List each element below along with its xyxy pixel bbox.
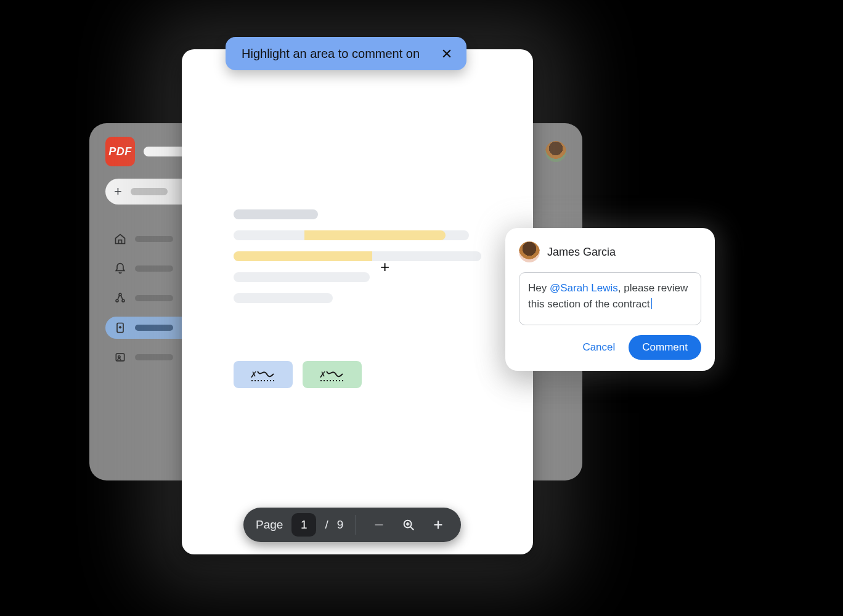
sidebar-label-placeholder	[135, 295, 173, 301]
svg-point-0	[119, 293, 121, 296]
text-caret	[651, 298, 652, 309]
pdf-logo-text: PDF	[108, 145, 132, 158]
cancel-button[interactable]: Cancel	[582, 341, 615, 354]
zoom-out-button[interactable]	[369, 514, 389, 535]
page-toolbar: Page 1 / 9	[243, 508, 461, 542]
share-nodes-icon	[114, 292, 126, 304]
document-icon	[114, 322, 126, 334]
zoom-reset-button[interactable]	[398, 514, 419, 535]
user-mention[interactable]: @Sarah Lewis	[550, 282, 618, 294]
pdf-logo: PDF	[105, 137, 135, 166]
close-icon[interactable]	[438, 45, 455, 62]
sidebar-label-placeholder	[135, 354, 173, 360]
toolbar-divider	[356, 515, 356, 535]
svg-point-1	[116, 299, 118, 302]
svg-text:✗: ✗	[319, 370, 327, 379]
signature-icon: ✗	[250, 367, 276, 383]
hint-text: Highlight an area to comment on	[242, 47, 420, 61]
page-total: 9	[337, 518, 344, 532]
page-label: Page	[256, 518, 283, 532]
signature-icon: ✗	[319, 367, 345, 383]
content-line	[234, 272, 370, 282]
svg-point-5	[118, 356, 120, 358]
zoom-in-button[interactable]	[428, 514, 449, 535]
comment-submit-button[interactable]: Comment	[629, 335, 701, 360]
comment-author-row: James Garcia	[519, 241, 701, 262]
crosshair-cursor-icon: +	[380, 259, 389, 275]
page-current-input[interactable]: 1	[291, 513, 316, 537]
bell-icon	[114, 262, 126, 275]
hint-banner: Highlight an area to comment on	[226, 37, 466, 70]
svg-point-2	[122, 299, 124, 302]
new-label-placeholder	[131, 188, 168, 195]
content-heading-placeholder	[234, 209, 318, 219]
content-line	[234, 251, 481, 261]
content-line	[234, 293, 333, 303]
page-separator: /	[325, 518, 328, 532]
document-content: +	[234, 209, 481, 314]
text-highlight[interactable]	[234, 251, 372, 261]
sidebar-label-placeholder	[135, 265, 173, 272]
plus-icon: +	[114, 184, 122, 200]
comment-actions: Cancel Comment	[519, 335, 701, 360]
comment-popover: James Garcia Hey @Sarah Lewis, please re…	[505, 228, 715, 371]
comment-text-part: Hey	[528, 282, 550, 294]
document-page[interactable]: + ✗ ✗	[182, 49, 533, 554]
signature-field-1[interactable]: ✗	[234, 361, 293, 388]
contact-card-icon	[114, 351, 126, 363]
comment-input[interactable]: Hey @Sarah Lewis, please review this sec…	[519, 272, 701, 325]
content-line	[234, 230, 469, 240]
signature-field-2[interactable]: ✗	[303, 361, 362, 388]
svg-text:✗: ✗	[250, 370, 258, 379]
author-avatar	[519, 241, 540, 262]
sidebar-label-placeholder	[135, 325, 173, 331]
user-avatar[interactable]	[545, 141, 566, 162]
text-highlight[interactable]	[304, 230, 446, 240]
author-name: James Garcia	[547, 246, 616, 259]
signature-fields: ✗ ✗	[234, 361, 362, 388]
home-icon	[114, 233, 126, 245]
sidebar-label-placeholder	[135, 236, 173, 242]
